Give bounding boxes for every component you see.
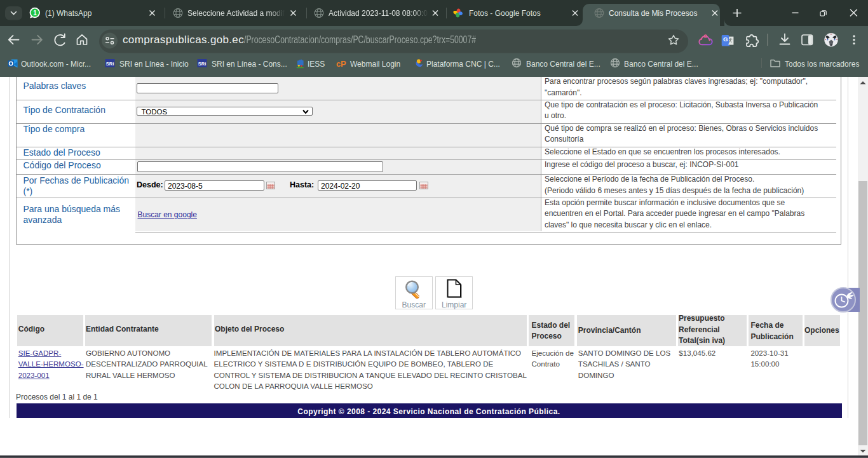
svg-text:G: G (723, 36, 728, 43)
svg-text:1: 1 (33, 10, 37, 17)
